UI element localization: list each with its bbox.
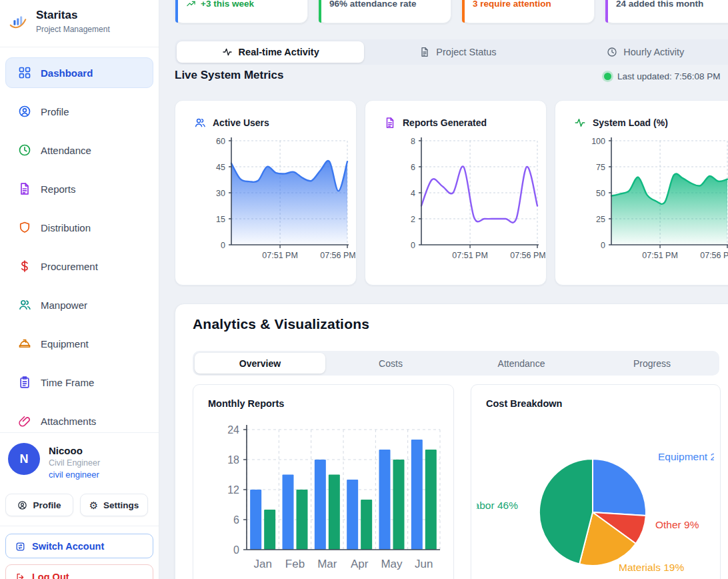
reports-generated-header: Reports Generated <box>384 117 487 129</box>
analytics-title: Analytics & Visualizations <box>193 316 369 332</box>
tab-label: Progress <box>633 358 671 369</box>
tab-label: Real-time Activity <box>239 47 319 57</box>
stat-card-text: 96% attendance rate <box>329 0 417 9</box>
sidebar: Staritas Project Management DashboardPro… <box>0 0 159 579</box>
profile-button[interactable]: Profile <box>5 494 73 516</box>
settings-button[interactable]: ⚙ Settings <box>80 494 148 516</box>
activity-tabbar: Real-time ActivityProject StatusHourly A… <box>175 39 728 65</box>
tab-label: Project Status <box>436 47 496 57</box>
metric-title: System Load (%) <box>593 117 668 128</box>
sidebar-divider <box>0 526 159 526</box>
analytics-tab-overview[interactable]: Overview <box>195 353 325 374</box>
reports-generated-card: Reports Generated0246807:51 PM07:56 PM <box>365 100 547 285</box>
svg-text:07:51 PM: 07:51 PM <box>262 251 298 260</box>
svg-text:60: 60 <box>216 137 225 146</box>
svg-text:6: 6 <box>233 514 239 526</box>
tab-label: Attendance <box>498 358 545 369</box>
tab-real-time-activity[interactable]: Real-time Activity <box>177 41 364 63</box>
stat-card-label: +3 this week <box>201 0 254 9</box>
svg-text:07:56 PM: 07:56 PM <box>320 251 356 260</box>
svg-text:2: 2 <box>411 215 415 224</box>
metrics-section-title: Live System Metrics <box>175 69 283 82</box>
analytics-tab-progress[interactable]: Progress <box>587 353 717 374</box>
paperclip-icon <box>18 414 31 428</box>
svg-text:75: 75 <box>596 163 605 172</box>
users-icon <box>18 298 31 312</box>
tab-label: Hourly Activity <box>623 47 684 57</box>
user-role-link[interactable]: civil engineer <box>49 470 100 480</box>
svg-text:6: 6 <box>411 163 415 172</box>
stat-card-text: +3 this week <box>186 0 254 9</box>
svg-text:8: 8 <box>411 137 415 146</box>
switch-account-icon <box>15 541 25 551</box>
stat-card-accent <box>462 0 465 23</box>
sidebar-item-label: Equipment <box>41 338 89 350</box>
profile-button-label: Profile <box>33 500 61 510</box>
pie-label-materials: Materials 19% <box>619 562 684 574</box>
sidebar-item-attendance[interactable]: Attendance <box>5 135 153 165</box>
svg-text:45: 45 <box>216 163 225 172</box>
stat-card-text: 3 require attention <box>473 0 551 9</box>
svg-text:12: 12 <box>227 484 239 496</box>
brand-name: Staritas <box>36 8 110 22</box>
tab-label: Overview <box>239 358 281 369</box>
sidebar-item-label: Time Frame <box>41 377 94 388</box>
sidebar-item-dashboard[interactable]: Dashboard <box>5 57 153 88</box>
user-actions: Profile ⚙ Settings <box>5 494 148 516</box>
user-icon <box>17 500 27 510</box>
sidebar-item-label: Profile <box>41 106 69 117</box>
trending-up-icon <box>186 0 196 9</box>
logout-icon <box>15 572 25 579</box>
grid-icon <box>18 66 31 79</box>
sidebar-item-time-frame[interactable]: Time Frame <box>5 367 153 398</box>
user-circle-icon <box>18 105 31 118</box>
system-load-card: System Load (%)025507510007:51 PM07:56 P… <box>555 100 728 285</box>
svg-text:0: 0 <box>601 241 605 250</box>
svg-text:24: 24 <box>227 424 239 436</box>
stat-card-projects: +3 this week <box>175 0 308 23</box>
stat-card-text: 24 added this month <box>616 0 703 9</box>
svg-text:07:56 PM: 07:56 PM <box>700 251 728 260</box>
stat-card-accent <box>175 0 178 23</box>
stat-card-attendance: 96% attendance rate <box>318 0 451 23</box>
active-users-card: Active Users01530456007:51 PM07:56 PM <box>175 100 357 285</box>
sidebar-item-procurement[interactable]: Procurement <box>5 251 153 281</box>
sidebar-item-reports[interactable]: Reports <box>5 173 153 204</box>
sidebar-item-profile[interactable]: Profile <box>5 96 153 127</box>
svg-text:Mar: Mar <box>317 558 337 570</box>
settings-button-label: Settings <box>103 500 139 510</box>
logout-button[interactable]: Log Out <box>5 564 153 579</box>
sidebar-item-label: Reports <box>41 183 76 195</box>
sidebar-item-manpower[interactable]: Manpower <box>5 290 153 320</box>
sidebar-divider <box>0 47 159 47</box>
users-icon <box>194 117 206 129</box>
pie-label-labor: Labor 46% <box>477 500 518 512</box>
logout-label: Log Out <box>32 572 69 579</box>
sidebar-item-equipment[interactable]: Equipment <box>5 328 153 359</box>
clipboard-icon <box>18 376 31 389</box>
svg-text:15: 15 <box>216 215 225 224</box>
svg-text:07:51 PM: 07:51 PM <box>642 251 678 260</box>
tab-hourly-activity[interactable]: Hourly Activity <box>552 41 728 63</box>
svg-text:07:56 PM: 07:56 PM <box>510 251 546 260</box>
sidebar-item-label: Procurement <box>41 261 98 272</box>
brand: Staritas Project Management <box>8 8 110 34</box>
svg-text:30: 30 <box>216 189 225 198</box>
svg-text:07:51 PM: 07:51 PM <box>452 251 488 260</box>
stat-card-label: 3 require attention <box>473 0 551 9</box>
svg-text:4: 4 <box>411 189 415 198</box>
sidebar-item-distribution[interactable]: Distribution <box>5 212 153 243</box>
sidebar-divider <box>0 432 159 433</box>
last-updated-text: Last updated: 7:56:08 PM <box>617 71 721 81</box>
tab-project-status[interactable]: Project Status <box>364 41 551 63</box>
sidebar-item-label: Dashboard <box>41 67 93 79</box>
brand-logo-icon <box>8 12 28 32</box>
analytics-tab-costs[interactable]: Costs <box>325 353 456 374</box>
switch-account-button[interactable]: Switch Account <box>5 534 153 558</box>
metric-title: Active Users <box>213 117 269 128</box>
stat-card-accent <box>319 0 321 23</box>
brand-subtitle: Project Management <box>36 25 110 34</box>
stat-card-alerts: 3 require attention <box>461 0 595 23</box>
analytics-tab-attendance[interactable]: Attendance <box>456 353 587 374</box>
active-users-header: Active Users <box>194 117 269 129</box>
